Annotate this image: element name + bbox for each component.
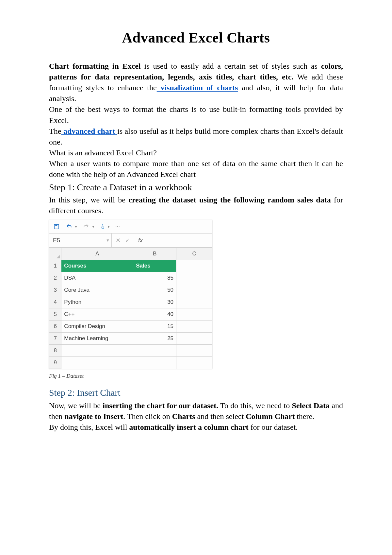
cell-empty [61,345,133,357]
enter-icon: ✓ [125,237,130,244]
link-advanced-chart[interactable]: advanced chart [61,127,117,135]
row-header: 3 [49,284,61,296]
cell-sales-header: Sales [133,260,176,272]
body-text: Now, we will be [49,401,103,410]
body-text: and then select [195,412,246,421]
link-visualization-of-charts[interactable]: visualization of charts [157,83,238,92]
cell-empty [176,333,212,345]
cell-empty [133,357,176,369]
bold-text: inserting the chart for our dataset. [103,401,218,410]
cell-sales: 50 [133,284,176,296]
cell-course: Compiler Design [61,321,133,333]
dropdown-caret-icon: ▾ [75,225,77,229]
cell-empty [176,296,212,308]
paragraph-step2-body: Now, we will be inserting the chart for … [49,400,343,422]
save-icon [54,224,59,230]
column-header-c: C [176,248,212,260]
body-text: In this step, we will be [49,196,128,204]
dropdown-caret-icon: ▾ [108,225,109,229]
cell-course: Machine Learning [61,333,133,345]
fx-label: fx [134,234,147,247]
cell-course: C++ [61,308,133,321]
paragraph-advanced-chart: The advanced chart is also useful as it … [49,126,343,147]
cell-sales: 40 [133,308,176,321]
row-header: 5 [49,308,61,321]
bold-text: Charts [172,412,195,421]
paragraph-builtin-tools: One of the best ways to format the chart… [49,104,343,126]
column-header-a: A [61,248,133,260]
page-title: Advanced Excel Charts [49,29,343,46]
select-all-corner [49,248,61,260]
body-text: To do this, we need to [218,401,292,410]
cell-empty [176,272,212,284]
heading-step1: Step 1: Create a Dataset in a workbook [49,181,343,194]
cell-empty [176,345,212,357]
cell-sales: 25 [133,333,176,345]
bold-text: Chart formatting in Excel [49,62,141,70]
cell-course: Core Java [61,284,133,296]
paragraph-question: What is an advanced Excel Chart? [49,147,343,158]
row-header: 9 [49,357,61,369]
dropdown-caret-icon: ▾ [92,225,94,229]
row-header: 6 [49,321,61,333]
body-text: there. [295,412,314,421]
row-header: 2 [49,272,61,284]
cell-empty [133,345,176,357]
redo-icon [83,224,90,230]
cell-empty [176,284,212,296]
bold-text: automatically insert a column chart [129,423,248,431]
body-text: . Then click on [123,412,172,421]
row-header: 1 [49,260,61,272]
cell-empty [61,357,133,369]
body-text: for our dataset. [249,423,298,431]
row-header: 4 [49,296,61,308]
cell-empty [176,260,212,272]
name-box-dropdown-icon: ▼ [104,234,112,247]
cell-empty [176,357,212,369]
formula-bar: E5 ▼ ✕ ✓ fx [49,234,212,248]
bold-text: navigate to Insert [64,412,123,421]
excel-screenshot: ▾ ▾ ▾ ⋯ E5 ▼ ✕ ✓ fx A [49,220,212,369]
column-header-b: B [133,248,176,260]
document-page: Advanced Excel Charts Chart formatting i… [0,0,392,555]
bold-text: creating the dataset using the following… [128,196,331,204]
bold-text: Select Data [292,401,330,410]
cell-empty [176,321,212,333]
bold-text: Column Chart [246,412,295,421]
cell-empty [176,308,212,321]
body-text: is used to easily add a certain set of s… [141,62,321,70]
cell-course: Python [61,296,133,308]
paragraph-step1-body: In this step, we will be creating the da… [49,195,343,216]
body-text: The [49,127,61,135]
cell-sales: 85 [133,272,176,284]
cell-sales: 15 [133,321,176,333]
row-header: 8 [49,345,61,357]
figure-caption: Fig 1 – Dataset [49,372,343,380]
row-header: 7 [49,333,61,345]
customize-qat-icon: ⋯ [115,224,120,229]
body-text: By doing this, Excel will [49,423,129,431]
name-box: E5 [49,234,104,247]
spreadsheet-grid: A B C 1 Courses Sales 2 DSA 85 [49,248,212,369]
paragraph-answer: When a user wants to compare more than o… [49,158,343,180]
paragraph-intro: Chart formatting in Excel is used to eas… [49,61,343,104]
cell-course: DSA [61,272,133,284]
undo-icon [65,224,73,230]
cancel-icon: ✕ [116,237,121,244]
cell-courses-header: Courses [61,260,133,272]
touch-mode-icon [100,223,105,230]
formula-bar-buttons: ✕ ✓ [112,234,134,247]
cell-sales: 30 [133,296,176,308]
heading-step2: Step 2: Insert Chart [49,387,343,399]
svg-rect-1 [55,224,57,226]
quick-access-toolbar: ▾ ▾ ▾ ⋯ [49,220,212,234]
paragraph-step2-result: By doing this, Excel will automatically … [49,422,343,433]
